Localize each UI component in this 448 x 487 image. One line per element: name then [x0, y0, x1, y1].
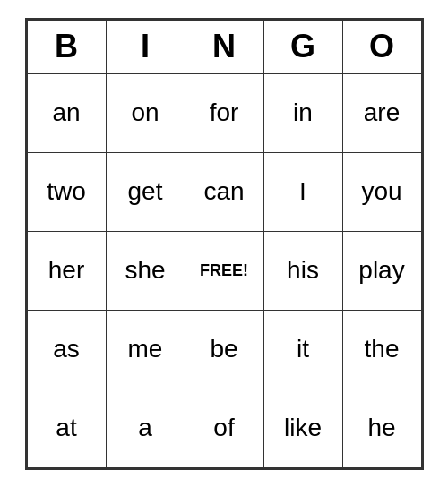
cell-r3-c2: be: [185, 310, 263, 389]
cell-r3-c1: me: [106, 310, 185, 389]
cell-r0-c4: are: [342, 73, 421, 152]
bingo-card: B I N G O anonforinaretwogetcanIyouhersh…: [25, 18, 424, 470]
cell-r3-c4: the: [342, 310, 421, 389]
col-b: B: [27, 20, 106, 73]
cell-r1-c1: get: [106, 152, 185, 231]
table-row: anonforinare: [27, 73, 421, 152]
cell-r0-c0: an: [27, 73, 106, 152]
cell-r1-c0: two: [27, 152, 106, 231]
cell-r4-c1: a: [106, 389, 185, 467]
cell-r3-c3: it: [263, 310, 342, 389]
cell-r0-c1: on: [106, 73, 185, 152]
cell-r1-c2: can: [185, 152, 263, 231]
bingo-table: B I N G O anonforinaretwogetcanIyouhersh…: [27, 20, 422, 468]
cell-r2-c2: FREE!: [185, 231, 263, 310]
cell-r0-c2: for: [185, 73, 263, 152]
table-row: hersheFREE!hisplay: [27, 231, 421, 310]
cell-r4-c2: of: [185, 389, 263, 467]
cell-r3-c0: as: [27, 310, 106, 389]
cell-r2-c0: her: [27, 231, 106, 310]
cell-r1-c3: I: [263, 152, 342, 231]
cell-r1-c4: you: [342, 152, 421, 231]
col-n: N: [185, 20, 263, 73]
col-o: O: [342, 20, 421, 73]
col-g: G: [263, 20, 342, 73]
cell-r2-c3: his: [263, 231, 342, 310]
cell-r4-c4: he: [342, 389, 421, 467]
cell-r4-c0: at: [27, 389, 106, 467]
table-row: twogetcanIyou: [27, 152, 421, 231]
col-i: I: [106, 20, 185, 73]
cell-r2-c4: play: [342, 231, 421, 310]
header-row: B I N G O: [27, 20, 421, 73]
cell-r4-c3: like: [263, 389, 342, 467]
table-row: ataoflikehe: [27, 389, 421, 467]
cell-r0-c3: in: [263, 73, 342, 152]
cell-r2-c1: she: [106, 231, 185, 310]
table-row: asmebeitthe: [27, 310, 421, 389]
